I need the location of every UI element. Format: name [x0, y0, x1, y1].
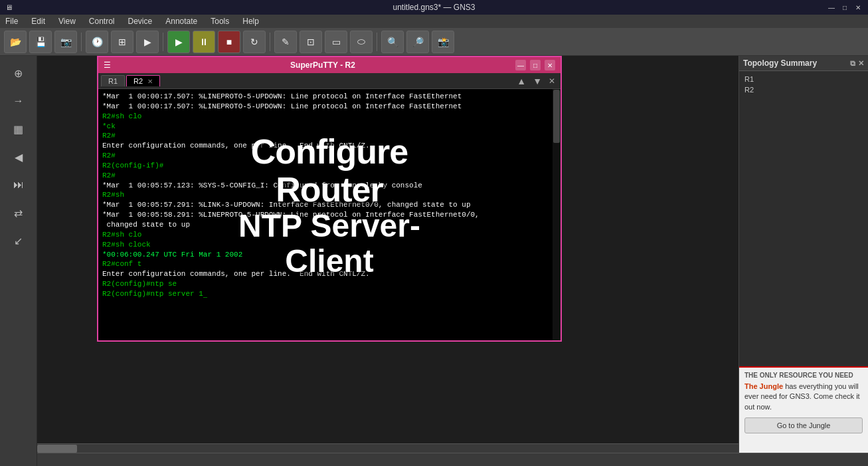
pause-button[interactable]: ⏸ — [193, 31, 215, 53]
title-bar-left: 🖥 — [5, 3, 13, 11]
sidebar-arrow-down[interactable]: ↙ — [7, 229, 31, 253]
snapshot-button[interactable]: 📷 — [54, 31, 77, 53]
tab-close-icon[interactable]: ✕ — [147, 78, 153, 85]
terminal-line-1: *Mar 1 00:00:17.507: %LINEPROTO-5-UPDOWN… — [102, 92, 557, 102]
terminal-tab-r1[interactable]: R1 — [101, 75, 125, 86]
left-sidebar: ⊕ → ▦ ◀ ⏭ ⇄ ↙ — [0, 56, 37, 466]
zoom-out-button[interactable]: 🔎 — [406, 31, 429, 53]
sidebar-navigate[interactable]: ⊕ — [7, 61, 31, 85]
terminal-line-13: *Mar 1 00:05:58.291: %LINEPROTO-5-UPDOWN… — [102, 210, 557, 220]
horizontal-scrollbar[interactable] — [37, 443, 738, 453]
toolbar-separator-1 — [81, 33, 82, 51]
terminal-minimize-button[interactable]: — — [515, 60, 526, 70]
rect-button[interactable]: ▭ — [325, 31, 347, 53]
sidebar-skip[interactable]: ⏭ — [7, 173, 31, 197]
maximize-button[interactable]: □ — [840, 3, 849, 12]
zoom-in-button[interactable]: 🔍 — [381, 31, 404, 53]
terminal-window-controls: — □ ✕ — [515, 60, 555, 70]
terminal-line-5: R2# — [102, 131, 557, 141]
terminal-line-8: R2(config-if)# — [102, 161, 557, 171]
menu-control[interactable]: Control — [86, 17, 118, 26]
ellipse-button[interactable]: ⬭ — [350, 31, 373, 53]
scrollbar-thumb — [553, 90, 560, 143]
terminal-line-20: R2(config)#ntp se — [102, 279, 557, 289]
ad-panel: THE ONLY RESOURCE YOU NEED The Jungle ha… — [739, 366, 868, 453]
topology-summary-title: Topology Summary — [743, 58, 817, 68]
terminal-menu-icon[interactable]: ☰ — [104, 60, 111, 70]
edit-button[interactable]: ✎ — [274, 31, 297, 53]
toolbar-separator-4 — [377, 33, 377, 51]
terminal-line-6: Enter configuration commands, one per li… — [102, 141, 557, 151]
reload-button[interactable]: ↻ — [243, 31, 266, 53]
sidebar-prev[interactable]: ◀ — [7, 145, 31, 169]
sidebar-network[interactable]: ▦ — [7, 117, 31, 141]
terminal-line-2: *Mar 1 00:00:17.507: %LINEPROTO-5-UPDOWN… — [102, 102, 557, 112]
app-icon: 🖥 — [5, 3, 13, 11]
open-folder-button[interactable]: 📂 — [4, 31, 27, 53]
terminal-scrollbar[interactable] — [553, 89, 561, 340]
menu-file[interactable]: File — [3, 17, 21, 26]
right-panel: Topology Summary ⧉ ✕ R1 R2 THE ONLY RESO… — [738, 56, 868, 453]
terminal-maximize-button[interactable]: □ — [530, 60, 541, 70]
window-controls: — □ ✕ — [827, 3, 863, 12]
sidebar-arrow-right[interactable]: → — [7, 89, 31, 113]
scrollbar-h-thumb — [37, 445, 77, 453]
menu-tools[interactable]: Tools — [208, 17, 232, 26]
timer-button[interactable]: 🕐 — [86, 31, 108, 53]
title-bar: 🖥 untitled.gns3* — GNS3 — □ ✕ — [0, 0, 868, 15]
topology-item-r2[interactable]: R2 — [742, 84, 865, 95]
sidebar-swap[interactable]: ⇄ — [7, 201, 31, 225]
terminal-line-16: R2#sh clock — [102, 240, 557, 250]
menu-device[interactable]: Device — [126, 17, 155, 26]
terminal-title: SuperPuTTY - R2 — [130, 60, 515, 70]
terminal-line-10: *Mar 1 00:05:57.123: %SYS-5-CONFIG_I: Co… — [102, 181, 557, 191]
terminal-close-button[interactable]: ✕ — [545, 60, 555, 70]
terminal-button[interactable]: ▶ — [136, 31, 159, 53]
terminal-line-11: R2#sh — [102, 190, 557, 200]
terminal-line-18: R2#conf t — [102, 259, 557, 269]
terminal-tabs: R1 R2 ✕ ▲ ▼ ✕ — [98, 73, 561, 89]
minimize-button[interactable]: — — [827, 3, 836, 12]
terminal-line-15: R2#sh clo — [102, 230, 557, 240]
panel-detach-button[interactable]: ⧉ — [850, 59, 855, 68]
panel-controls: ⧉ ✕ — [850, 59, 864, 68]
ad-brand: The Jungle — [744, 382, 783, 390]
topology-item-r1[interactable]: R1 — [742, 74, 865, 84]
save-button[interactable]: 💾 — [29, 31, 52, 53]
terminal-scroll-down[interactable]: ▼ — [530, 76, 545, 86]
terminal-tab-r2[interactable]: R2 ✕ — [126, 75, 160, 86]
menu-view[interactable]: View — [56, 17, 78, 26]
terminal-line-4: *ck — [102, 122, 557, 132]
terminal-line-7: R2# — [102, 151, 557, 161]
terminal-line-3: R2#sh clo — [102, 112, 557, 122]
menu-help[interactable]: Help — [240, 17, 262, 26]
go-to-jungle-button[interactable]: Go to the Jungle — [744, 417, 863, 433]
camera-button[interactable]: 📸 — [432, 31, 454, 53]
capture-button[interactable]: ⊡ — [300, 31, 322, 53]
terminal-tab-close-btn[interactable]: ✕ — [546, 76, 558, 86]
ad-body: The Jungle has everything you will ever … — [744, 382, 863, 412]
play-button[interactable]: ▶ — [167, 31, 190, 53]
terminal-content[interactable]: *Mar 1 00:00:17.507: %LINEPROTO-5-UPDOWN… — [98, 89, 561, 340]
terminal-line-19: Enter configuration commands, one per li… — [102, 269, 557, 279]
status-bar — [0, 453, 868, 466]
toolbar: 📂 💾 📷 🕐 ⊞ ▶ ▶ ⏸ ■ ↻ ✎ ⊡ ▭ ⬭ 🔍 🔎 📸 — [0, 28, 868, 56]
toolbar-separator-2 — [163, 33, 163, 51]
menu-bar: File Edit View Control Device Annotate T… — [0, 15, 868, 28]
close-button[interactable]: ✕ — [853, 3, 863, 12]
menu-edit[interactable]: Edit — [29, 17, 48, 26]
terminal-line-21: R2(config)#ntp server 1█ — [102, 289, 557, 299]
terminal-line-14: changed state to up — [102, 220, 557, 230]
terminal-window: ☰ SuperPuTTY - R2 — □ ✕ R1 R2 ✕ ▲ ▼ ✕ *M… — [97, 56, 562, 342]
terminal-scroll-up[interactable]: ▲ — [514, 76, 529, 86]
menu-annotate[interactable]: Annotate — [163, 17, 200, 26]
terminal-window-controls-left: ☰ — [104, 60, 130, 70]
terminal-line-9: R2# — [102, 171, 557, 181]
panel-close-button[interactable]: ✕ — [858, 59, 864, 68]
ad-header: THE ONLY RESOURCE YOU NEED — [744, 372, 863, 379]
terminal-titlebar: ☰ SuperPuTTY - R2 — □ ✕ — [98, 57, 561, 73]
stop-button[interactable]: ■ — [218, 31, 240, 53]
right-panel-header: Topology Summary ⧉ ✕ — [739, 56, 868, 71]
topology-list: R1 R2 — [739, 71, 868, 98]
zoom-fit-button[interactable]: ⊞ — [111, 31, 133, 53]
